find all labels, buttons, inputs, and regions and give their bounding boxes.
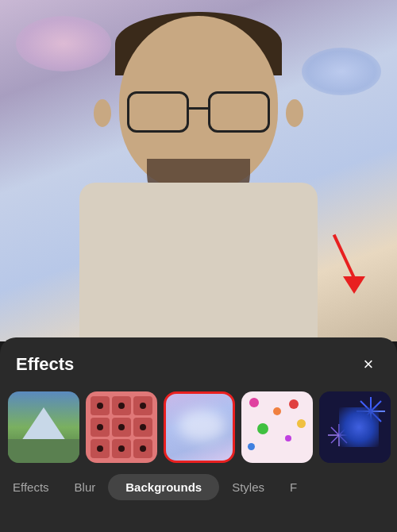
glasses-bridge bbox=[189, 107, 208, 110]
glasses-right-lens bbox=[208, 91, 270, 133]
camera-background bbox=[0, 0, 397, 341]
close-button[interactable]: × bbox=[356, 352, 381, 377]
grid-cell bbox=[112, 439, 131, 458]
thumbnail-sky[interactable] bbox=[164, 391, 235, 463]
grid-cell bbox=[133, 439, 152, 458]
thumbnail-landscape[interactable] bbox=[8, 391, 79, 463]
confetti bbox=[249, 398, 259, 407]
person-ear-right bbox=[286, 99, 303, 127]
svg-line-6 bbox=[360, 411, 371, 422]
confetti bbox=[297, 419, 306, 428]
person-ear-left bbox=[94, 99, 111, 127]
person-head bbox=[119, 16, 278, 191]
confetti bbox=[285, 435, 291, 441]
tab-blur[interactable]: Blur bbox=[62, 474, 109, 500]
grid-cell bbox=[91, 396, 110, 415]
thumbnail-floral[interactable] bbox=[241, 391, 313, 463]
panel-header: Effects × bbox=[0, 337, 397, 385]
tab-effects[interactable]: Effects bbox=[0, 474, 62, 500]
tab-filters[interactable]: F bbox=[277, 474, 310, 500]
grid-cell bbox=[112, 418, 131, 437]
confetti bbox=[248, 443, 255, 450]
thumbnails-container bbox=[0, 385, 397, 469]
arrow-head bbox=[343, 276, 365, 294]
category-tabs: Effects Blur Backgrounds Styles F bbox=[0, 469, 397, 500]
grid-cell bbox=[91, 418, 110, 437]
svg-line-12 bbox=[339, 435, 347, 443]
confetti bbox=[273, 407, 281, 415]
fireworks-svg bbox=[319, 391, 391, 463]
person-body bbox=[79, 183, 318, 341]
confetti bbox=[257, 423, 268, 434]
panel-title: Effects bbox=[16, 354, 74, 375]
person-silhouette bbox=[64, 8, 333, 341]
grid-cell bbox=[133, 418, 152, 437]
effects-panel: Effects × bbox=[0, 337, 397, 532]
thumbnail-pink-grid[interactable] bbox=[86, 391, 157, 463]
camera-preview bbox=[0, 0, 397, 341]
svg-line-10 bbox=[339, 427, 347, 435]
grid-cell bbox=[112, 396, 131, 415]
glasses-left-lens bbox=[127, 91, 189, 133]
grid-cell bbox=[91, 439, 110, 458]
grid-cell bbox=[133, 396, 152, 415]
confetti bbox=[289, 399, 299, 409]
tab-backgrounds[interactable]: Backgrounds bbox=[108, 474, 219, 500]
thumbnail-fireworks[interactable] bbox=[319, 391, 391, 463]
person-glasses bbox=[127, 91, 270, 135]
tab-styles[interactable]: Styles bbox=[219, 474, 277, 500]
